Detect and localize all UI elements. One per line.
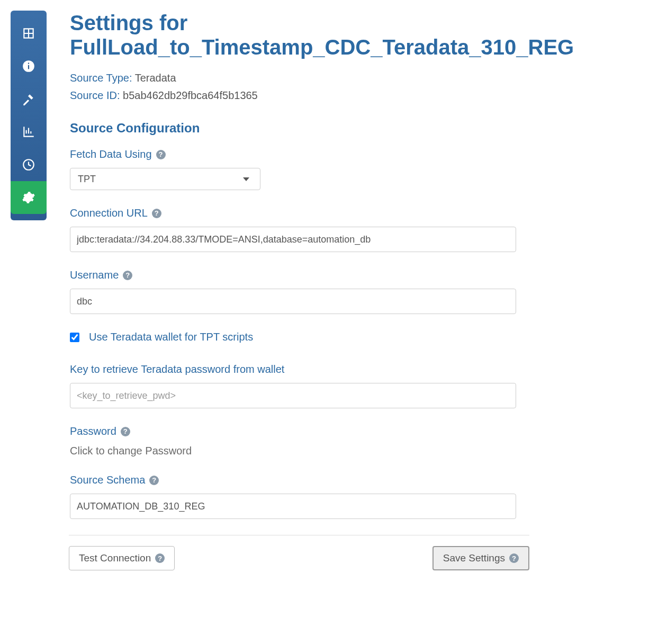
clock-icon xyxy=(22,158,35,172)
page-title: Settings for FullLoad_to_Timestamp_CDC_T… xyxy=(70,11,589,59)
connection-url-group: Connection URL ? xyxy=(70,207,589,252)
svg-rect-1 xyxy=(28,65,29,69)
source-type-label: Source Type: xyxy=(70,72,132,84)
help-icon: ? xyxy=(155,553,165,563)
help-icon[interactable]: ? xyxy=(123,271,132,280)
fetch-data-using-group: Fetch Data Using ? TPT xyxy=(70,148,589,190)
username-group: Username ? xyxy=(70,269,589,314)
help-icon[interactable]: ? xyxy=(156,150,166,159)
source-schema-group: Source Schema ? xyxy=(70,474,589,519)
test-connection-label: Test Connection xyxy=(79,552,151,564)
chevron-down-icon xyxy=(243,177,249,181)
wallet-key-label: Key to retrieve Teradata password from w… xyxy=(70,363,284,375)
grid-icon xyxy=(22,26,35,40)
wallet-key-input[interactable] xyxy=(70,383,516,408)
source-id-row: Source ID: b5ab462db29fbca64f5b1365 xyxy=(70,90,589,102)
gavel-icon xyxy=(22,92,35,106)
source-id-label: Source ID: xyxy=(70,90,120,101)
source-type-row: Source Type: Teradata xyxy=(70,72,589,84)
info-icon xyxy=(22,59,35,73)
help-icon: ? xyxy=(509,553,519,563)
help-icon[interactable]: ? xyxy=(149,476,159,485)
main-content: Settings for FullLoad_to_Timestamp_CDC_T… xyxy=(70,11,589,570)
gear-icon xyxy=(22,191,35,204)
wallet-key-group: Key to retrieve Teradata password from w… xyxy=(70,363,589,408)
source-type-value: Teradata xyxy=(135,72,176,84)
sidebar-item-grid[interactable] xyxy=(11,17,47,50)
username-input[interactable] xyxy=(70,289,516,314)
use-wallet-row: Use Teradata wallet for TPT scripts xyxy=(70,331,589,343)
fetch-data-using-select[interactable]: TPT xyxy=(70,168,260,190)
save-settings-label: Save Settings xyxy=(443,552,505,564)
sidebar-item-chart[interactable] xyxy=(11,115,47,148)
use-wallet-checkbox[interactable] xyxy=(70,333,79,342)
sidebar-item-gavel[interactable] xyxy=(11,83,47,115)
password-group: Password ? Click to change Password xyxy=(70,425,589,457)
source-schema-label: Source Schema xyxy=(70,474,145,486)
sidebar-item-clock[interactable] xyxy=(11,148,47,181)
connection-url-input[interactable] xyxy=(70,227,516,252)
use-wallet-label: Use Teradata wallet for TPT scripts xyxy=(89,331,253,343)
svg-rect-2 xyxy=(28,63,29,64)
sidebar-item-settings[interactable] xyxy=(11,181,47,214)
source-schema-input[interactable] xyxy=(70,494,516,519)
fetch-data-using-label: Fetch Data Using xyxy=(70,148,152,160)
source-configuration-header: Source Configuration xyxy=(70,121,589,136)
connection-url-label: Connection URL xyxy=(70,207,148,219)
fetch-data-using-value: TPT xyxy=(78,174,96,185)
help-icon[interactable]: ? xyxy=(121,427,130,436)
footer-actions: Test Connection ? Save Settings ? xyxy=(69,535,529,570)
help-icon[interactable]: ? xyxy=(152,209,161,218)
username-label: Username xyxy=(70,269,119,281)
save-settings-button[interactable]: Save Settings ? xyxy=(432,546,529,570)
sidebar xyxy=(11,11,47,220)
password-change-hint[interactable]: Click to change Password xyxy=(70,445,589,457)
test-connection-button[interactable]: Test Connection ? xyxy=(69,546,175,570)
source-id-value: b5ab462db29fbca64f5b1365 xyxy=(123,90,258,101)
bar-chart-icon xyxy=(22,125,35,139)
password-label: Password xyxy=(70,425,116,437)
sidebar-item-info[interactable] xyxy=(11,50,47,83)
